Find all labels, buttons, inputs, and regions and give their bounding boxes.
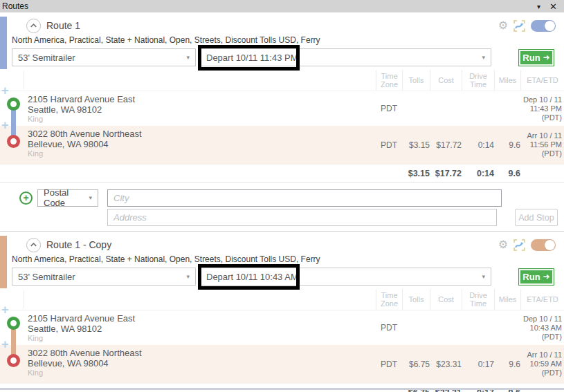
- column-header-drive-time: Drive Time: [462, 289, 494, 310]
- stop-time-zone: PDT: [376, 126, 402, 164]
- stop-eta-etd: Arr 10 / 11 10:59 AM (PDT): [520, 345, 564, 383]
- vehicle-profile-select[interactable]: 53' Semitrailer ▾: [12, 268, 196, 286]
- insert-stop-icon[interactable]: +: [1, 338, 9, 351]
- column-header-miles: Miles: [494, 70, 520, 91]
- stop-tolls: $3.15: [402, 126, 430, 164]
- stop-county: King: [28, 115, 376, 124]
- collapse-route-button[interactable]: [26, 19, 41, 33]
- stop-county: King: [28, 368, 376, 377]
- stop-drive-time: [462, 91, 494, 126]
- route-options-summary: North America, Practical, State + Nation…: [12, 254, 556, 265]
- run-label: Run: [522, 272, 540, 282]
- route-settings-gear-icon[interactable]: ⚙: [498, 20, 508, 31]
- stop-eta-etd: Arr 10 / 11 11:56 PM (PDT): [520, 126, 564, 164]
- close-icon[interactable]: ✕: [549, 1, 557, 12]
- stop-city: Bellevue, WA 98004: [28, 139, 376, 149]
- stop-miles: 9.6: [494, 126, 520, 164]
- column-header-tolls: Tolls: [402, 289, 430, 310]
- collapse-route-button[interactable]: [26, 238, 41, 252]
- address-input[interactable]: [107, 209, 497, 226]
- destination-marker-icon: [7, 354, 20, 367]
- stop-eta-etd: Dep 10 / 11 10:43 AM (PDT): [520, 310, 564, 345]
- stop-cost: [430, 91, 462, 126]
- chevron-up-icon: [27, 19, 40, 32]
- stop-cost: [430, 310, 462, 345]
- city-input[interactable]: [107, 189, 502, 207]
- stop-city: Seattle, WA 98102: [28, 104, 376, 115]
- route-name: Route 1: [46, 20, 80, 31]
- chevron-down-icon: ▾: [186, 273, 190, 280]
- panel-menu-icon[interactable]: ▾: [537, 3, 540, 10]
- stop-drive-time: 0:17: [462, 345, 494, 383]
- stop-tolls: $6.75: [402, 345, 430, 383]
- panel-title: Routes: [2, 1, 28, 11]
- total-cost: $17.72: [430, 165, 462, 182]
- route-section-2: Route 1 - Copy ⚙ North America, Practica…: [0, 232, 564, 392]
- results-header-row: Time Zone Tolls Cost Drive Time Miles ET…: [0, 289, 564, 310]
- stop-city: Seattle, WA 98102: [28, 324, 376, 334]
- destination-marker-icon: [7, 135, 20, 148]
- insert-stop-icon[interactable]: +: [1, 304, 9, 316]
- run-arrow-icon: ➜: [543, 53, 550, 62]
- stop-miles: [494, 91, 520, 126]
- total-tolls: $3.15: [402, 165, 430, 182]
- chevron-down-icon: ▾: [89, 194, 92, 201]
- stop-miles: 9.6: [494, 345, 520, 383]
- stop-time-zone: PDT: [376, 310, 402, 345]
- add-stop-button[interactable]: Add Stop: [515, 209, 558, 226]
- route-1-accent-strip: [0, 17, 7, 69]
- column-header-eta-etd: ETA/ETD: [520, 289, 564, 310]
- stop-row-destination[interactable]: + 3022 80th Avenue Northeast Bellevue, W…: [0, 126, 564, 164]
- origin-marker-icon: [7, 97, 20, 111]
- insert-stop-icon[interactable]: +: [1, 84, 9, 97]
- stop-city: Bellevue, WA 98004: [28, 358, 376, 368]
- stop-tolls: [402, 91, 430, 126]
- chevron-up-icon: [27, 238, 40, 252]
- stop-eta-etd: Dep 10 / 11 11:43 PM (PDT): [520, 91, 564, 126]
- stop-cost: $17.72: [430, 126, 462, 164]
- stop-drive-time: 0:14: [462, 126, 494, 164]
- route-visibility-toggle[interactable]: [531, 239, 556, 251]
- stop-address: 2105 Harvard Avenue East: [28, 94, 376, 104]
- stop-address: 2105 Harvard Avenue East: [28, 313, 376, 324]
- totals-row: $3.15 $17.72 0:14 9.6: [0, 164, 564, 182]
- stop-tolls: [402, 310, 430, 345]
- chevron-down-icon: ▾: [482, 273, 485, 280]
- column-header-time-zone: Time Zone: [376, 289, 402, 310]
- stop-drive-time: [462, 310, 494, 345]
- depart-time-select[interactable]: Depart 10/11 10:43 AM ▾: [200, 268, 491, 286]
- panel-titlebar: Routes ▾ ✕: [0, 0, 564, 12]
- total-miles: 9.6: [494, 165, 520, 182]
- depart-time-select[interactable]: Depart 10/11 11:43 PM ▾: [200, 48, 491, 66]
- toggle-knob: [545, 240, 555, 250]
- run-route-button[interactable]: Run ➜: [518, 268, 554, 286]
- stop-row-destination[interactable]: + 3022 80th Avenue Northeast Bellevue, W…: [0, 345, 564, 383]
- run-route-button[interactable]: Run ➜: [518, 49, 554, 66]
- route-1-header: Route 1 ⚙: [26, 17, 556, 34]
- run-label: Run: [522, 53, 540, 63]
- route-2-accent-strip: [0, 236, 7, 288]
- frame-route-icon[interactable]: [513, 239, 525, 251]
- stop-county: King: [28, 149, 376, 158]
- chevron-down-icon: ▾: [186, 54, 190, 61]
- results-header-row: Time Zone Tolls Cost Drive Time Miles ET…: [0, 70, 564, 91]
- column-header-drive-time: Drive Time: [462, 70, 494, 91]
- column-header-miles: Miles: [494, 289, 520, 310]
- run-arrow-icon: ➜: [543, 272, 550, 281]
- route-visibility-toggle[interactable]: [531, 20, 556, 32]
- stop-row-origin[interactable]: + 2105 Harvard Avenue East Seattle, WA 9…: [0, 310, 564, 345]
- stop-cost: $23.31: [430, 345, 462, 383]
- chevron-down-icon: ▾: [482, 54, 485, 61]
- depart-time-value: Depart 10/11 11:43 PM: [206, 53, 298, 63]
- column-header-time-zone: Time Zone: [376, 70, 402, 91]
- geocode-type-select[interactable]: Postal Code ▾: [37, 189, 98, 207]
- stop-row-origin[interactable]: + 2105 Harvard Avenue East Seattle, WA 9…: [0, 91, 564, 126]
- stop-time-zone: PDT: [376, 91, 402, 126]
- vehicle-profile-select[interactable]: 53' Semitrailer ▾: [12, 48, 196, 66]
- frame-route-icon[interactable]: [513, 20, 525, 32]
- add-stop-plus-icon[interactable]: +: [19, 192, 33, 205]
- insert-stop-icon[interactable]: +: [1, 119, 9, 131]
- column-header-cost: Cost: [430, 70, 462, 91]
- route-settings-gear-icon[interactable]: ⚙: [498, 239, 508, 250]
- geocode-type-value: Postal Code: [44, 187, 89, 208]
